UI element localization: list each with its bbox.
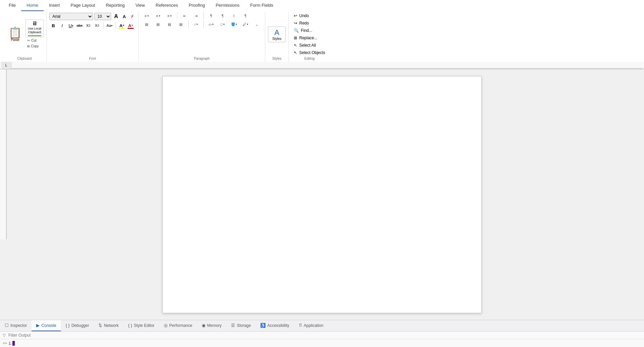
font-grow-button[interactable]: A [112,12,120,20]
find-button[interactable]: 🔍 Find... [291,27,314,34]
page-break-button[interactable]: ⌇ [229,12,239,19]
devtools-tabs: ☐ Inspector ▶ Console { } Debugger ⇅ Net… [0,320,644,332]
select-objects-button[interactable]: ↖ Select Objects [291,49,327,56]
copy-icon: ⧉ [27,44,30,48]
bold-button[interactable]: B [49,22,57,29]
tab-page-layout[interactable]: Page Layout [65,0,100,11]
application-label: Application [304,323,324,328]
ruler: L [0,62,644,69]
show-para-button[interactable]: ¶ [217,12,228,19]
page-break-icon: ⌇ [233,14,235,18]
align-left-button[interactable]: ▤ [141,21,152,28]
para-expand-button[interactable]: ⌟ [251,21,262,28]
ruler-corner[interactable]: L [1,62,11,69]
redo-button[interactable]: ↪ Redo [291,20,311,27]
tab-insert[interactable]: Insert [44,0,65,11]
debugger-icon: { } [65,323,70,328]
ribbon-tabs: File Home Insert Page Layout Reporting V… [0,0,644,11]
tab-proofing[interactable]: Proofing [183,0,210,11]
border-icon: □ [221,22,223,26]
tab-reporting[interactable]: Reporting [100,0,130,11]
align-justify-button[interactable]: ▤ [176,21,186,28]
devtools-tab-debugger[interactable]: { } Debugger [61,320,94,331]
redo-label: Redo [299,21,309,26]
shading-button[interactable]: ▭▾ [206,21,217,28]
tab-file[interactable]: File [3,0,21,11]
align-right-button[interactable]: ▤ [164,21,175,28]
devtools-tab-performance[interactable]: ◎ Performance [159,320,197,331]
console-cursor [12,341,15,346]
pilcrow-button[interactable]: ¶ [240,12,251,19]
multilevel-list-button[interactable]: ≡▾ [164,12,175,19]
ordered-list-icon: ≡ [156,14,158,18]
paste-button[interactable]: 📋 Paste [5,19,25,49]
font-group: Arial 10 A A ✗ B I U ▾ abc X2 [47,12,139,62]
redo-icon: ↪ [294,21,297,26]
show-formatting-button[interactable]: ¶ [206,12,217,19]
editing-group-label: Editing [291,56,327,62]
find-icon: 🔍 [294,28,299,33]
devtools-tab-memory[interactable]: ◉ Memory [197,320,226,331]
ordered-list-button[interactable]: ≡▾ [153,12,164,19]
copy-button[interactable]: ⧉ Copy [26,44,44,49]
storage-icon: ☰ [231,323,235,328]
decrease-indent-button[interactable]: ⇤ [179,12,190,19]
font-family-select[interactable]: Arial [49,13,93,20]
style-editor-icon: { } [128,323,132,328]
undo-button[interactable]: ↩ Undo [291,12,311,19]
subscript-button[interactable]: X2 [84,22,92,29]
document-page[interactable] [163,76,481,313]
font-size-select[interactable]: 10 [94,13,111,20]
devtools-toolbar: ▽ [0,332,644,339]
increase-indent-button[interactable]: ⇥ [191,12,201,19]
paste-label: Paste [11,38,19,42]
devtools-tab-application[interactable]: ⠿ Application [294,320,328,331]
cut-label: Cut [31,39,37,42]
align-center-icon: ▤ [156,22,159,26]
style-editor-label: Style Editor [134,323,154,328]
devtools-tab-network[interactable]: ⇅ Network [94,320,123,331]
highlight-color-button[interactable]: A ▾ [118,22,126,29]
change-case-button[interactable]: Aa ▾ [105,22,113,29]
select-all-button[interactable]: ↖ Select All [291,42,327,49]
console-label: Console [41,323,56,328]
font-clear-button[interactable]: ✗ [129,13,136,20]
console-line: >> i [3,341,641,346]
line-spacing-button[interactable]: ↕▾ [191,21,201,28]
align-center-button[interactable]: ▤ [153,21,164,28]
italic-button[interactable]: I [58,22,66,29]
underline-button[interactable]: U ▾ [67,22,75,29]
filter-input[interactable] [8,333,641,338]
devtools-console: >> i [0,339,644,347]
devtools-tab-style-editor[interactable]: { } Style Editor [123,320,159,331]
devtools-tab-storage[interactable]: ☰ Storage [226,320,256,331]
undo-icon: ↩ [294,13,297,18]
border-button[interactable]: □▾ [217,21,228,28]
use-local-clipboard-button[interactable]: 🖥 Use LocalClipboard [26,19,44,37]
unordered-list-button[interactable]: ≡▾ [141,12,152,19]
devtools-tab-console[interactable]: ▶ Console [32,320,61,331]
show-formatting-icon: ¶ [210,14,212,18]
tab-references[interactable]: References [150,0,183,11]
font-color-button[interactable]: A ▾ [127,22,135,29]
application-icon: ⠿ [299,323,302,328]
border-color-button[interactable]: 🖊▾ [240,21,251,28]
fill-color-button[interactable]: 🪣▾ [229,21,239,28]
tab-permissions[interactable]: Permissions [210,0,245,11]
console-prompt: >> [3,341,7,345]
tab-view[interactable]: View [130,0,150,11]
devtools-tab-accessibility[interactable]: ♿ Accessibility [256,320,294,331]
devtools-tab-inspector[interactable]: ☐ Inspector [0,320,32,331]
tab-home[interactable]: Home [21,0,44,11]
tab-form-fields[interactable]: Form Fields [245,0,279,11]
strikethrough-button[interactable]: abc [76,22,84,29]
cut-button[interactable]: ✂ Cut [26,38,44,43]
document-area [0,69,644,320]
superscript-button[interactable]: X2 [93,22,101,29]
styles-button[interactable]: A Styles [268,27,286,42]
replace-button[interactable]: ⊞ Replace... [291,35,327,41]
font-shrink-button[interactable]: A [121,13,128,20]
pilcrow-icon: ¶ [244,14,246,18]
network-label: Network [104,323,119,328]
increase-indent-icon: ⇥ [195,14,197,18]
